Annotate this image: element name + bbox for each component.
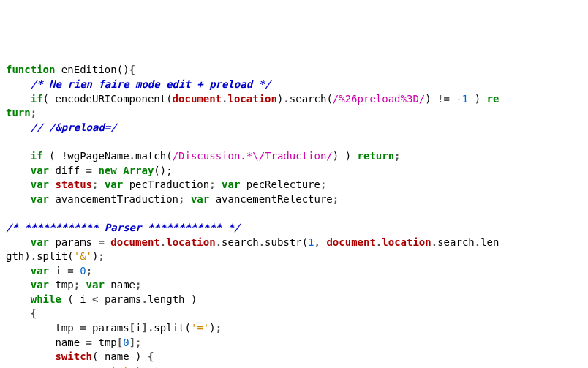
op-assign: = [80,322,86,334]
identifier: avancementTraduction [49,193,178,205]
paren-close: ) [24,250,30,262]
number: 0 [123,337,129,348]
prop-len: len [480,236,499,248]
identifier: params [98,293,141,305]
paren-close: ) [425,93,437,105]
paren-open: ( [43,150,61,162]
semicolon: ; [135,337,141,348]
keyword-new: new [98,165,116,176]
comment: // /&preload=/ [31,121,117,133]
semicolon: ; [209,179,215,190]
parens: () [117,64,129,75]
object-location: location [227,93,276,105]
dot: . [475,236,480,248]
identifier: params [49,236,98,248]
paren-close: ) [92,250,98,262]
op-neq: != [437,93,450,105]
keyword-var: var [222,179,240,190]
keyword-return: return [358,150,395,162]
paren-close: ) [209,322,215,334]
bracket-open: [ [129,322,135,334]
op-assign: = [67,265,73,277]
brace-open: { [129,64,135,75]
object-document: document [110,236,159,248]
comment-parser: /* ************ Parser ************ */ [6,222,240,233]
paren-open: ( [302,236,308,248]
keyword-var: var [86,279,105,290]
identifier: tmp [49,279,74,290]
number: -1 [456,93,468,105]
object-document: document [173,93,222,105]
identifier: i [49,265,67,277]
identifier: wgPageName [67,150,129,162]
identifier: diff [49,165,86,176]
keyword-var: var [31,165,49,176]
keyword-var: var [31,265,49,277]
regex: /%26preload%3D/ [333,93,425,105]
bracket-open: [ [117,337,123,348]
method-split: split [37,250,67,262]
semicolon: ; [135,279,141,290]
parens: (); [154,165,172,176]
semicolon: ; [74,279,80,290]
paren-close: ) [185,293,197,305]
method-match: match [135,150,166,162]
keyword-function: function [6,64,55,75]
semicolon: ; [31,107,37,119]
object-location: location [166,236,215,248]
identifier: tmp [92,337,117,348]
method-split: split [154,322,184,334]
dot: . [129,150,135,162]
semicolon: ; [216,322,222,334]
op-assign: = [86,165,92,176]
comment: /* Ne rien faire mode edit + preload */ [31,78,271,90]
keyword-var: var [31,179,49,190]
semicolon: ; [86,265,92,277]
semicolon: ; [394,150,400,162]
paren-open: ( [43,93,49,105]
comma: , [314,236,320,248]
op-assign: = [98,236,104,248]
keyword-return-part: turn [6,107,31,119]
object-location: location [382,236,431,248]
keyword-if: if [31,93,43,105]
paren-open: ( [166,150,172,162]
paren-close: ) [475,93,480,105]
identifier: tmp [55,322,80,334]
keyword-return-part: re [487,93,500,105]
number: 1 [308,236,314,248]
string: '=' [191,322,209,334]
identifier: name [98,350,135,362]
keyword-switch: switch [55,350,92,362]
semicolon: ; [99,250,105,262]
semicolon: ; [333,193,339,205]
fn-call: encodeURIComponent [49,93,166,105]
dot: . [431,236,437,248]
function-name: enEdition [55,64,116,75]
bracket-close: ] [141,322,147,334]
identifier: avancementRelecture [209,193,333,205]
class-array: Array [123,165,154,176]
keyword-var: var [105,179,123,190]
keyword-var: var [31,279,49,290]
paren-open: ( [185,322,191,334]
method-search: search [290,93,327,105]
keyword-while: while [31,293,61,305]
brace-open: { [31,307,37,319]
semicolon: ; [320,179,326,190]
keyword-case: case [80,365,105,368]
identifier: i [80,293,92,305]
paren-open: ( [61,293,80,305]
op-assign: = [86,337,92,348]
identifier-status: status [55,179,92,190]
colon: : [160,365,166,368]
object-document: document [326,236,375,248]
method-substr: substr [265,236,302,248]
paren-open: ( [166,93,172,105]
prop-length: length [148,293,185,305]
prop-search: search [222,236,259,248]
brace-open: { [148,350,154,362]
identifier: name [55,337,86,348]
paren-open: ( [326,93,332,105]
dot: . [283,93,289,105]
